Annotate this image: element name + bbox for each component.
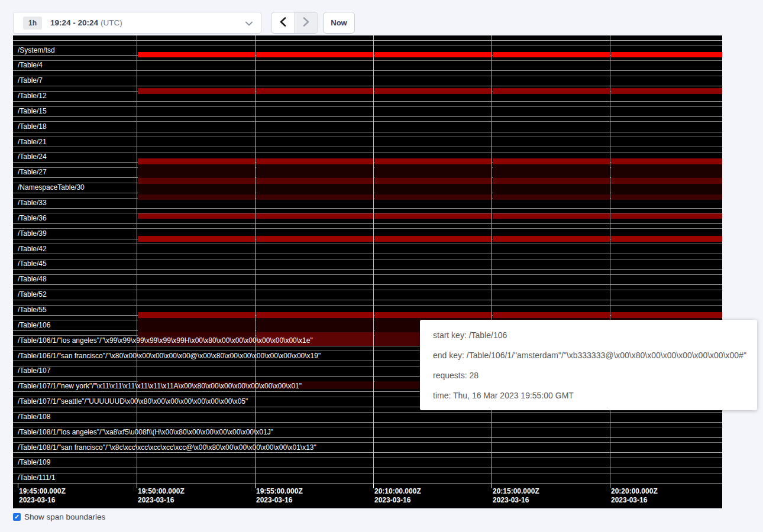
row-label: /Table/106/1/"san francisco"/"\x80\x00\x…	[18, 352, 321, 360]
row-label: /Table/45	[18, 259, 47, 268]
span-boundary-line	[13, 422, 722, 423]
row-label: /NamespaceTable/30	[18, 183, 85, 192]
span-boundary-line	[13, 269, 722, 270]
heat-band	[138, 236, 255, 242]
heat-band	[256, 213, 373, 219]
heat-band	[374, 236, 492, 242]
span-boundary-subline	[13, 290, 722, 290]
span-boundary-line	[13, 223, 722, 224]
tooltip-start-key: start key: /Table/106	[433, 330, 749, 340]
row-label: /System/tsd	[18, 46, 55, 54]
span-boundary-subline	[13, 76, 722, 76]
heat-band	[374, 178, 492, 184]
row-label: /Table/15	[18, 107, 47, 115]
now-button[interactable]: Now	[323, 12, 355, 34]
row-label: /Table/55	[18, 306, 47, 314]
previous-interval-button[interactable]	[271, 12, 295, 33]
heat-band	[138, 194, 255, 200]
x-axis-label: 20:20:00.000Z2023-03-16	[611, 487, 658, 505]
row-label: /Table/18	[18, 122, 47, 131]
heat-band	[256, 184, 373, 194]
heat-band	[256, 88, 373, 94]
span-boundary-line	[13, 468, 722, 468]
span-boundary-line	[13, 86, 722, 86]
heat-band	[611, 52, 722, 57]
heat-band	[493, 184, 610, 194]
span-boundary-line	[13, 147, 722, 147]
heat-band	[256, 164, 373, 178]
row-label: /Table/106	[18, 321, 50, 329]
heat-band	[374, 158, 492, 164]
heat-band	[374, 184, 492, 194]
chevron-left-icon	[280, 17, 286, 29]
show-span-boundaries-toggle[interactable]: ✓ Show span boundaries	[13, 512, 105, 521]
heat-band	[138, 158, 255, 164]
heat-band	[611, 312, 722, 318]
heat-band	[374, 88, 492, 94]
x-axis-tick	[373, 484, 374, 488]
x-axis-label: 20:10:00.000Z2023-03-16	[374, 487, 421, 505]
range-timezone: (UTC)	[101, 18, 122, 27]
span-boundary-line	[13, 254, 722, 254]
time-gridline	[373, 35, 374, 488]
heat-band	[611, 164, 722, 178]
heat-band	[374, 213, 492, 219]
heat-band	[493, 52, 610, 57]
row-label: /Table/48	[18, 275, 47, 283]
heat-band	[374, 312, 492, 318]
row-label: /Table/107/1/"seattle"/"UUUUUUD\x00\x80\…	[18, 397, 248, 406]
span-boundary-subline	[13, 45, 722, 46]
row-label: /Table/33	[18, 199, 47, 207]
heat-band	[138, 52, 255, 57]
row-label: /Table/107	[18, 366, 50, 375]
x-axis-label: 19:50:00.000Z2023-03-16	[138, 487, 185, 505]
x-axis-tick	[492, 484, 492, 488]
show-span-boundaries-label: Show span boundaries	[24, 512, 105, 521]
heat-band	[138, 312, 255, 318]
heat-band	[138, 318, 255, 332]
heat-band	[138, 88, 255, 94]
heat-band	[138, 213, 255, 219]
time-gridline	[137, 35, 137, 488]
heat-band	[493, 236, 610, 242]
heat-band	[256, 318, 373, 332]
heat-band	[493, 88, 610, 94]
time-gridline	[492, 35, 492, 488]
span-boundary-line	[13, 101, 722, 102]
heat-band	[611, 88, 722, 94]
heat-band	[493, 164, 610, 178]
x-axis-label: 20:15:00.000Z2023-03-16	[493, 487, 539, 505]
heat-band	[138, 184, 255, 194]
span-boundary-subline	[13, 305, 722, 306]
x-axis-tick	[18, 484, 18, 488]
row-label: /Table/12	[18, 92, 47, 100]
x-axis-tick	[255, 484, 256, 488]
time-range-select[interactable]: 1h 19:24 - 20:24(UTC)	[13, 12, 261, 34]
span-boundary-line	[13, 70, 722, 71]
heat-band	[138, 164, 255, 178]
chevron-down-icon	[245, 18, 253, 28]
span-boundary-line	[13, 208, 722, 209]
time-nav-group	[271, 12, 318, 34]
row-label: /Table/7	[18, 76, 43, 85]
span-boundary-line	[13, 452, 722, 453]
heat-band	[611, 178, 722, 184]
row-label: /Table/4	[18, 61, 43, 69]
span-boundary-subline	[13, 458, 722, 458]
keyvis-canvas[interactable]: /System/tsd/Table/4/Table/7/Table/12/Tab…	[13, 35, 722, 508]
row-label: /Table/108/1/"los angeles"/"\xa8\xf5\u00…	[18, 428, 273, 436]
span-boundary-subline	[13, 121, 722, 122]
time-gridline	[255, 35, 256, 488]
span-boundary-subline	[13, 473, 722, 473]
heat-band	[256, 312, 373, 318]
span-boundary-subline	[13, 259, 722, 259]
row-label: /Table/24	[18, 153, 47, 161]
span-boundary-line	[13, 483, 722, 484]
x-axis-tick	[610, 484, 610, 488]
time-gridline	[610, 35, 610, 488]
row-label: /Table/42	[18, 245, 47, 253]
checkbox-checked-icon[interactable]: ✓	[13, 513, 21, 521]
heat-band	[611, 184, 722, 194]
heat-band	[374, 164, 492, 178]
next-interval-button[interactable]	[295, 12, 318, 33]
